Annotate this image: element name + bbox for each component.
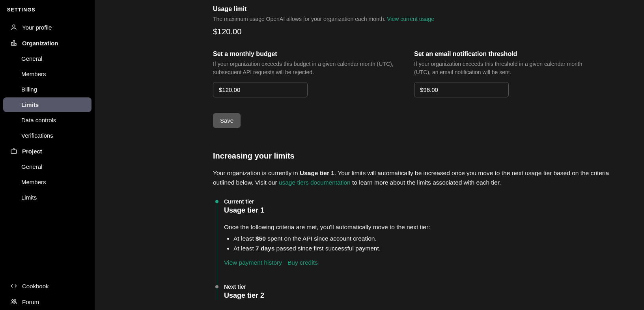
email-threshold-input[interactable]: [414, 82, 509, 97]
svg-point-6: [14, 300, 16, 302]
current-tier-block: Current tier Usage tier 1 Once the follo…: [224, 198, 620, 268]
current-tier-name: Usage tier 1: [224, 206, 620, 215]
view-payment-history-link[interactable]: View payment history: [224, 258, 282, 268]
usage-limit-title: Usage limit: [213, 6, 620, 13]
sidebar-item-proj-general[interactable]: General: [3, 159, 91, 174]
email-threshold-title: Set an email notification threshold: [414, 50, 599, 58]
sidebar-item-org-verifications[interactable]: Verifications: [3, 128, 91, 143]
svg-rect-2: [13, 41, 15, 45]
sidebar-item-label: General: [21, 55, 42, 62]
user-icon: [10, 24, 17, 31]
settings-sidebar: SETTINGS Your profile Organization Gener…: [0, 0, 95, 310]
current-tier-label: Current tier: [224, 198, 620, 205]
sidebar-item-forum[interactable]: Forum: [3, 294, 91, 309]
sidebar-item-label: Limits: [21, 101, 39, 108]
usage-limit-desc: The maximum usage OpenAI allows for your…: [213, 15, 620, 23]
current-tier-body: Once the following criteria are met, you…: [224, 222, 620, 268]
sidebar-item-label: Forum: [22, 299, 39, 305]
next-tier-block: Next tier Usage tier 2: [224, 284, 620, 300]
sidebar-item-label: Members: [21, 179, 46, 185]
sidebar-item-proj-limits[interactable]: Limits: [3, 190, 91, 205]
increasing-heading: Increasing your limits: [213, 151, 620, 161]
email-threshold-block: Set an email notification threshold If y…: [414, 50, 599, 97]
sidebar-item-proj-members[interactable]: Members: [3, 175, 91, 189]
next-tier-dot-icon: [215, 285, 218, 288]
svg-rect-4: [11, 150, 17, 153]
sidebar-item-label: General: [21, 163, 42, 170]
sidebar-item-label: Cookbook: [22, 283, 49, 289]
sidebar-item-org-data-controls[interactable]: Data controls: [3, 113, 91, 127]
view-current-usage-link[interactable]: View current usage: [387, 16, 434, 22]
main-content: Usage limit The maximum usage OpenAI all…: [95, 0, 644, 310]
svg-point-5: [12, 300, 14, 302]
sidebar-item-org-limits[interactable]: Limits: [3, 97, 91, 112]
sidebar-item-label: Limits: [21, 194, 37, 201]
current-tier-dot-icon: [215, 200, 218, 203]
people-icon: [10, 298, 17, 305]
sidebar-item-label: Organization: [22, 40, 58, 47]
sidebar-item-profile[interactable]: Your profile: [3, 20, 91, 35]
increasing-paragraph: Your organization is currently in Usage …: [213, 168, 620, 187]
sidebar-item-org-billing[interactable]: Billing: [3, 82, 91, 97]
email-threshold-desc: If your organization exceeds this thresh…: [414, 60, 599, 77]
svg-point-0: [13, 25, 15, 27]
tier-timeline: Current tier Usage tier 1 Once the follo…: [213, 198, 620, 300]
criteria-days: At least 7 days passed since first succe…: [233, 244, 620, 254]
sidebar-item-organization[interactable]: Organization: [3, 35, 91, 50]
sidebar-item-label: Project: [22, 148, 42, 155]
sidebar-item-label: Verifications: [21, 132, 53, 139]
sidebar-item-label: Members: [21, 71, 46, 77]
monthly-budget-title: Set a monthly budget: [213, 50, 398, 58]
briefcase-icon: [10, 148, 17, 155]
building-icon: [10, 39, 17, 47]
save-button[interactable]: Save: [213, 113, 241, 128]
monthly-budget-desc: If your organization exceeds this budget…: [213, 60, 398, 77]
svg-rect-3: [15, 44, 16, 46]
monthly-budget-block: Set a monthly budget If your organizatio…: [213, 50, 398, 97]
code-icon: [10, 282, 17, 289]
sidebar-item-label: Billing: [21, 86, 37, 93]
sidebar-item-org-general[interactable]: General: [3, 51, 91, 66]
sidebar-header: SETTINGS: [0, 5, 95, 20]
increasing-limits-section: Increasing your limits Your organization…: [213, 151, 620, 300]
monthly-budget-input[interactable]: [213, 82, 308, 97]
criteria-spend: At least $50 spent on the API since acco…: [233, 234, 620, 244]
sidebar-item-project[interactable]: Project: [3, 144, 91, 159]
sidebar-item-cookbook[interactable]: Cookbook: [3, 278, 91, 293]
sidebar-item-label: Your profile: [22, 24, 52, 31]
usage-limit-value: $120.00: [213, 27, 620, 36]
usage-tiers-doc-link[interactable]: usage tiers documentation: [279, 179, 351, 186]
svg-rect-1: [11, 43, 13, 46]
next-tier-name: Usage tier 2: [224, 291, 620, 300]
sidebar-item-label: Data controls: [21, 117, 56, 123]
sidebar-item-org-members[interactable]: Members: [3, 67, 91, 81]
buy-credits-link[interactable]: Buy credits: [287, 258, 318, 268]
next-tier-label: Next tier: [224, 284, 620, 290]
